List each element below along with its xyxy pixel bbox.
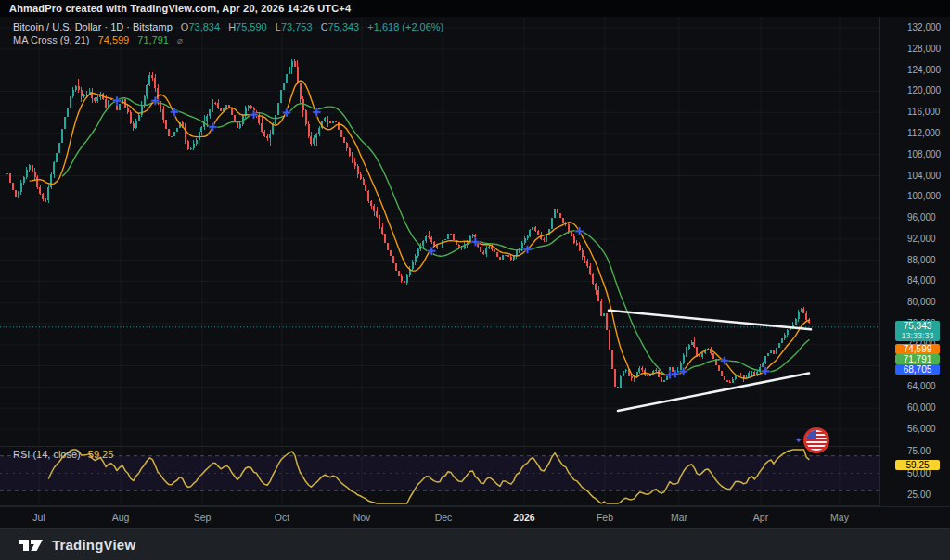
- rsi-legend-value: 59.25: [88, 449, 114, 460]
- price-axis-tick: 100,000: [907, 191, 941, 201]
- symbol-title[interactable]: Bitcoin / U.S. Dollar · 1D · Bitstamp: [13, 21, 173, 32]
- last-price-badge: 75,34313:33:33: [895, 321, 940, 341]
- close-value: 75,343: [328, 21, 360, 32]
- rsi-label[interactable]: RSI (14, close): [13, 449, 81, 460]
- time-axis[interactable]: JulAugSepOctNovDec2026FebMarAprMay: [0, 506, 950, 528]
- change-value: +1,618 (+2.06%): [367, 21, 443, 32]
- attribution-bar: AhmadPro created with TradingView.com, A…: [0, 0, 950, 17]
- price-axis-tick: 60,000: [907, 402, 936, 413]
- bottom-toolbar: TradingView: [0, 528, 950, 560]
- high-value: 75,590: [236, 21, 267, 32]
- tradingview-chart-window: AhmadPro created with TradingView.com, A…: [0, 0, 950, 560]
- price-axis-tick: 104,000: [907, 171, 941, 181]
- time-axis-label: Mar: [671, 512, 687, 523]
- price-axis-tick: 96,000: [907, 212, 936, 223]
- time-axis-label: Sep: [194, 512, 212, 523]
- symbol-legend-row: Bitcoin / U.S. Dollar · 1D · Bitstamp O7…: [13, 20, 443, 33]
- price-axis-tick: 80,000: [907, 297, 936, 307]
- flag-sticker[interactable]: [803, 427, 829, 453]
- ma21-legend-value: 71,791: [137, 34, 169, 45]
- tradingview-brand-text[interactable]: TradingView: [52, 537, 135, 553]
- ma-cross-legend-row: MA Cross (9, 21) 74,599 71,791 ⌀: [13, 33, 443, 47]
- price-level-badge: 68,705: [895, 364, 940, 375]
- price-axis-tick: 108,000: [907, 149, 941, 159]
- time-axis-label: Dec: [435, 512, 453, 523]
- ma-cross-marker: [575, 227, 584, 235]
- price-axis-tick: 88,000: [907, 255, 936, 265]
- ma21-value-badge: 71,791: [895, 354, 940, 364]
- close-label: C: [321, 21, 328, 32]
- price-axis[interactable]: 132,000128,000124,000120,000116,000112,0…: [879, 17, 950, 506]
- time-axis-label: Jul: [32, 512, 45, 523]
- low-value: 73,753: [281, 21, 313, 32]
- sparkle-icon: ✦: [795, 436, 802, 445]
- trendline: [609, 311, 811, 330]
- high-label: H: [228, 21, 236, 32]
- rsi-axis-tick: 75.00: [907, 446, 931, 456]
- ma9-value-badge: 74,599: [895, 344, 940, 354]
- price-axis-tick: 132,000: [907, 22, 941, 32]
- ma9-legend-value: 74,599: [98, 34, 130, 45]
- time-axis-label: 2026: [513, 512, 534, 523]
- price-axis-tick: 124,000: [907, 65, 941, 75]
- time-axis-label: Nov: [353, 512, 371, 523]
- price-axis-tick: 64,000: [907, 381, 936, 391]
- open-value: 73,834: [188, 21, 220, 32]
- price-axis-tick: 56,000: [907, 424, 936, 434]
- price-axis-tick: 128,000: [907, 44, 941, 54]
- ma-cross-marker: [720, 357, 728, 365]
- price-axis-tick: 116,000: [907, 107, 940, 117]
- tradingview-logo-icon[interactable]: [17, 536, 45, 554]
- attribution-text: AhmadPro created with TradingView.com, A…: [9, 3, 351, 14]
- time-axis-label: Oct: [275, 512, 289, 523]
- rsi-axis-tick: 25.00: [907, 490, 931, 500]
- ma-cross-label[interactable]: MA Cross (9, 21): [13, 34, 90, 45]
- time-axis-label: Feb: [597, 512, 613, 523]
- indicator-options-icon[interactable]: ⌀: [177, 35, 183, 45]
- time-axis-label: Aug: [112, 512, 130, 523]
- chart-canvas[interactable]: [0, 0, 879, 506]
- price-axis-tick: 112,000: [907, 128, 940, 138]
- price-axis-tick: 92,000: [907, 234, 936, 244]
- rsi-value-badge: 59.25: [895, 460, 940, 470]
- time-axis-label: Apr: [753, 512, 768, 523]
- price-axis-tick: 120,000: [907, 85, 941, 95]
- price-axis-tick: 84,000: [907, 275, 936, 286]
- ma-cross-marker: [209, 122, 217, 131]
- rsi-legend-row: RSI (14, close) 59.25: [13, 449, 113, 460]
- chart-legend: Bitcoin / U.S. Dollar · 1D · Bitstamp O7…: [13, 20, 443, 47]
- time-axis-label: May: [830, 512, 849, 523]
- trendline: [618, 374, 809, 411]
